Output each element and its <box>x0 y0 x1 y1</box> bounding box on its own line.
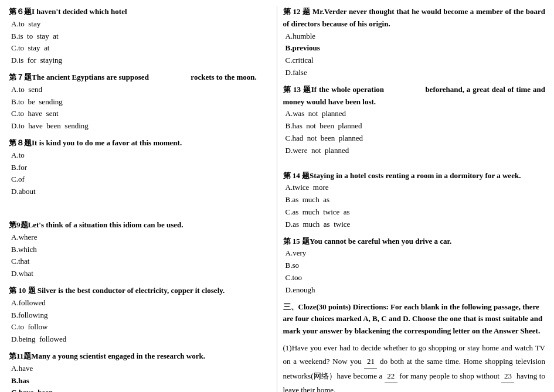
q11-optC: C.have been <box>9 387 271 392</box>
q12-optB: B.previous <box>283 42 546 54</box>
blank-22: 22 <box>385 369 397 383</box>
question-12: 第 12 题 Mr.Verder never thought that he w… <box>283 6 546 79</box>
q11-title: 第11题Many a young scientist engaged in th… <box>9 350 271 363</box>
q6-optD: D.is for staying <box>9 54 271 67</box>
q10-optA: A.followed <box>9 297 271 309</box>
q15-title: 第 15 题You cannot be careful when you dri… <box>283 236 546 248</box>
q8-optD: D.about <box>9 186 271 198</box>
q7-optB: B.to be sending <box>9 96 271 108</box>
q14-optD: D.as much as twice <box>283 219 546 231</box>
spacer1 <box>9 203 271 211</box>
q8-optC: C.of <box>9 173 271 186</box>
q11-optB: B.has <box>9 375 271 387</box>
q15-optA: A.very <box>283 247 546 260</box>
q12-optC: C.critical <box>283 54 546 67</box>
q6-title: 第６题I haven't decided which hotel <box>9 6 271 18</box>
q13-optC: C.had not been planned <box>283 132 546 145</box>
question-7: 第７题The ancient Egyptians are supposed ro… <box>9 71 271 132</box>
q10-optD: D.being followed <box>9 333 271 346</box>
spacer3 <box>283 162 546 170</box>
q13-title: 第 13 题If the whole operation beforehand,… <box>283 84 546 108</box>
q10-title: 第 10 題 Silver is the best conductor of e… <box>9 285 271 297</box>
q6-optA: A.to stay <box>9 18 271 30</box>
q15-optD: D.enough <box>283 284 546 296</box>
right-column: 第 12 题 Mr.Verder never thought that he w… <box>277 6 546 392</box>
question-13: 第 13 题If the whole operation beforehand,… <box>283 84 546 157</box>
q8-optB: B.for <box>9 162 271 174</box>
question-11: 第11题Many a young scientist engaged in th… <box>9 350 271 392</box>
q7-optD: D.to have been sending <box>9 120 271 132</box>
q9-optB: B.which <box>9 244 271 256</box>
q6-optC: C.to stay at <box>9 42 271 54</box>
q10-optB: B.following <box>9 309 271 322</box>
q7-optC: C.to have sent <box>9 108 271 120</box>
blank-23: 23 <box>501 369 514 383</box>
q9-optA: A.where <box>9 231 271 244</box>
blank-21: 21 <box>364 354 377 369</box>
cloze-section: 三、Cloze(30 points) Directions: For each … <box>283 301 546 392</box>
q15-optB: B.so <box>283 260 546 272</box>
q15-optC: C.too <box>283 272 546 284</box>
q13-optA: A.was not planned <box>283 108 546 120</box>
q14-optC: C.as much twice as <box>283 206 546 219</box>
q7-title: 第７题The ancient Egyptians are supposed ro… <box>9 71 271 84</box>
cloze-paragraph1: (1)Have you ever had to decide whether t… <box>283 341 546 392</box>
left-column: 第６题I haven't decided which hotel A.to st… <box>9 6 277 392</box>
q7-optA: A.to send <box>9 84 271 96</box>
q6-optB: B.is to stay at <box>9 30 271 43</box>
q8-title: 第８题It is kind you to do me a favor at th… <box>9 137 271 149</box>
q12-title: 第 12 题 Mr.Verder never thought that he w… <box>283 6 546 30</box>
q12-optA: A.humble <box>283 30 546 43</box>
question-8: 第８题It is kind you to do me a favor at th… <box>9 137 271 198</box>
q12-optD: D.false <box>283 67 546 79</box>
q13-optD: D.were not planned <box>283 145 546 157</box>
question-10: 第 10 題 Silver is the best conductor of e… <box>9 285 271 346</box>
question-9: 第9题Let's think of a situation this idiom… <box>9 219 271 280</box>
q14-optA: A.twice more <box>283 182 546 194</box>
question-6: 第６题I haven't decided which hotel A.to st… <box>9 6 271 67</box>
page-container: 第６题I haven't decided which hotel A.to st… <box>9 6 545 392</box>
q9-title: 第9题Let's think of a situation this idiom… <box>9 219 271 231</box>
q13-optB: B.has not been planned <box>283 120 546 132</box>
q14-optB: B.as much as <box>283 194 546 206</box>
q9-optD: D.what <box>9 268 271 280</box>
q11-optA: A.have <box>9 363 271 375</box>
q8-optA: A.to <box>9 149 271 162</box>
q14-title: 第 14 题Staying in a hotel costs renting a… <box>283 170 546 182</box>
q10-optC: C.to follow <box>9 321 271 333</box>
question-14: 第 14 题Staying in a hotel costs renting a… <box>283 170 546 231</box>
question-15: 第 15 题You cannot be careful when you dri… <box>283 236 546 296</box>
q9-optC: C.that <box>9 255 271 268</box>
spacer2 <box>9 211 271 219</box>
cloze-title: 三、Cloze(30 points) Directions: For each … <box>283 301 546 338</box>
